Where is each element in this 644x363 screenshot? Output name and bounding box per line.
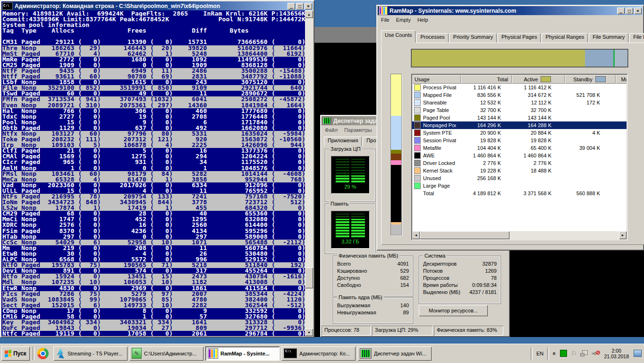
console-row: MmCa Nonp 65328 ( 4) 61470 ( 1) 3858 952… bbox=[2, 177, 305, 182]
rammap-row[interactable]: Mapped File836 556 K314 672 K521 708 K bbox=[412, 91, 627, 99]
taskbar-button-taskmgr[interactable]: Диспетчер задач Wi... bbox=[357, 346, 432, 361]
tab-use-counts[interactable]: Use Counts bbox=[381, 30, 415, 43]
scroll-down-icon[interactable]: ▼ bbox=[305, 328, 313, 336]
taskbar-button-rammap[interactable]: RamMap - Sysinte... bbox=[205, 346, 280, 361]
console-row: NtfF Paged 9435 ( 0) 6949 ( 11) 2486 350… bbox=[2, 68, 305, 74]
active-cell: 32 700 K bbox=[505, 107, 555, 113]
usage-cell: Shareable bbox=[412, 99, 456, 106]
column-header-standby[interactable]: Standby bbox=[565, 75, 616, 84]
taskbar-button-notepad[interactable]: ✎C:\Users\Администр... bbox=[129, 346, 203, 361]
resource-monitor-button[interactable]: Монитор ресурсов... bbox=[419, 305, 488, 316]
usage-label: Session Private bbox=[423, 138, 456, 143]
column-header-active[interactable]: Active bbox=[512, 75, 565, 84]
column-header-modified[interactable]: Modified bbox=[616, 75, 627, 84]
scroll-up-icon[interactable]: ▲ bbox=[305, 10, 313, 18]
show-desktop-button[interactable] bbox=[634, 350, 642, 357]
rammap-row[interactable]: Nonpaged Pool164 296 K164 288 K bbox=[412, 121, 627, 129]
taskbar-button-cmd[interactable]: C:\Администратор: Ко... bbox=[281, 346, 356, 361]
rammap-titlebar[interactable]: RamMap - Sysinternals: www.sysinternals.… bbox=[378, 6, 643, 15]
rammap-row[interactable]: Session Private19 828 K19 828 K bbox=[412, 137, 627, 144]
action-center-flag-icon[interactable]: ⚐ bbox=[571, 350, 577, 357]
scrollbar-thumb[interactable] bbox=[305, 268, 313, 288]
rammap-row[interactable]: Large Page bbox=[412, 182, 627, 190]
column-header-usage[interactable]: Usage bbox=[412, 75, 461, 84]
usage-cell: AWE bbox=[412, 152, 456, 159]
scroll-left-icon[interactable]: ◄ bbox=[412, 231, 420, 239]
console-row: XDRC Nonp 2576 ( 0) 16 ( 0) 2560 614400 … bbox=[2, 222, 305, 228]
close-button[interactable]: × bbox=[634, 8, 642, 14]
menu-item-help[interactable]: Help bbox=[414, 16, 432, 24]
stat-label: Доступно bbox=[337, 275, 360, 281]
console-vertical-scrollbar[interactable]: ▲ ▼ bbox=[305, 10, 313, 336]
total-cell: 1 116 416 K bbox=[456, 85, 505, 90]
start-button[interactable]: Пуск bbox=[1, 346, 30, 361]
stat-label: Всего bbox=[337, 261, 351, 267]
volume-muted-icon[interactable]: ⊘ bbox=[592, 350, 600, 357]
rammap-row[interactable]: Page Table32 700 K32 700 K bbox=[412, 106, 627, 114]
maximize-button[interactable]: □ bbox=[626, 8, 633, 14]
rammap-row[interactable]: AWE1 460 864 K1 460 864 K bbox=[412, 152, 627, 159]
column-header-label: Active bbox=[524, 77, 538, 82]
minimize-button[interactable]: _ bbox=[288, 3, 295, 9]
close-button[interactable]: × bbox=[305, 3, 312, 9]
rammap-row[interactable]: Paged Pool143 144 K143 144 K bbox=[412, 114, 627, 121]
rammap-row[interactable]: Shareable12 532 K12 112 K172 K bbox=[412, 99, 627, 106]
console-output: Memory: 4189812K Avail: 699424K PageFlts… bbox=[1, 10, 313, 336]
language-indicator[interactable]: EN bbox=[536, 351, 543, 356]
console-row: Thre Nonp 186263 ( 29) 146443 ( 20) 3982… bbox=[2, 45, 305, 51]
resource-meter-icon[interactable] bbox=[560, 350, 567, 357]
tab-processes[interactable]: Processes bbox=[416, 33, 448, 43]
stat-row: Процессов78 bbox=[419, 274, 500, 281]
color-swatch bbox=[414, 107, 421, 113]
scroll-right-icon[interactable]: ► bbox=[619, 231, 627, 239]
tab-priority-summary[interactable]: Priority Summary bbox=[449, 33, 497, 43]
tray-clock[interactable]: 2:00 21.03.2018 bbox=[604, 348, 629, 359]
taskbar-button-label: Администратор: Ко... bbox=[299, 351, 350, 356]
console-row: Mm Nonp 219 ( 0) 208 ( 0) 11 560784 ( 0) bbox=[2, 245, 305, 251]
menu-item-empty[interactable]: Empty bbox=[393, 16, 414, 24]
menu-item-файл[interactable]: Файл bbox=[322, 126, 341, 134]
tab-file-summary[interactable]: File Summary bbox=[589, 33, 628, 43]
memory-map-segment bbox=[391, 225, 401, 235]
usage-label: Page Table bbox=[423, 107, 449, 113]
console-titlebar[interactable]: C:\ Администратор: Командная строка - C:… bbox=[1, 1, 313, 10]
rammap-row[interactable]: Driver Locked2 776 K2 776 K bbox=[412, 159, 627, 167]
usage-cell: Total bbox=[412, 190, 456, 197]
tab-file-details[interactable]: File Details bbox=[629, 33, 644, 43]
tab-physical-pages[interactable]: Physical Pages bbox=[498, 33, 541, 43]
physical-memory-title: Физическая память (МБ) bbox=[337, 253, 399, 259]
stat-row: Выделено (МБ)4237 / 8181 bbox=[419, 288, 500, 295]
minimize-button[interactable]: _ bbox=[617, 8, 625, 14]
menu-item-параметры[interactable]: Параметры bbox=[341, 126, 375, 134]
console-row: CM16 Paged 58 ( 0) 1 ( 0) 57 327680 ( 0) bbox=[2, 314, 305, 320]
usage-cell: Page Table bbox=[412, 107, 456, 113]
rammap-row[interactable]: Total4 189 812 K3 371 568 K560 888 K bbox=[412, 190, 627, 197]
console-row: Ntfc Paged 19119 ( 0) 17058 ( 0) 2061 29… bbox=[2, 331, 305, 336]
console-header-line: Tag Type Allocs Frees Diff Bytes bbox=[2, 28, 305, 34]
maximize-button[interactable]: □ bbox=[296, 3, 304, 9]
table-horizontal-scrollbar[interactable]: ◄ ► bbox=[412, 231, 627, 239]
usage-bar-segment bbox=[615, 50, 627, 67]
usage-cell: Process Private bbox=[412, 84, 456, 91]
tab-приложения[interactable]: Приложения bbox=[324, 137, 362, 146]
menu-item-file[interactable]: File bbox=[378, 16, 393, 24]
taskbar-button-tsplayer[interactable]: Streaming - TS Player... bbox=[53, 346, 127, 361]
use-counts-table: UsageTotalActiveStandbyModified Process … bbox=[411, 74, 627, 240]
notepad-icon: ✎ bbox=[132, 348, 142, 359]
console-row: Devi Nonp 891 ( 0) 574 ( 0) 317 455264 (… bbox=[2, 268, 305, 274]
rammap-row[interactable]: Metafile104 404 K65 400 K39 004 K bbox=[412, 144, 627, 152]
rammap-row[interactable]: Process Private1 116 416 K1 116 412 K bbox=[412, 84, 627, 91]
rammap-row[interactable]: Unused256 168 K bbox=[412, 174, 627, 182]
active-cell: 12 112 K bbox=[505, 100, 555, 105]
chrome-icon[interactable] bbox=[37, 348, 49, 359]
rammap-row[interactable]: System PTE20 900 K20 884 K4 K bbox=[412, 129, 627, 137]
network-icon[interactable] bbox=[580, 350, 588, 356]
memory-map-bar bbox=[390, 74, 402, 235]
column-header-total[interactable]: Total bbox=[461, 75, 512, 84]
active-cell: 314 672 K bbox=[505, 92, 555, 98]
tab-physical-ranges[interactable]: Physical Ranges bbox=[542, 33, 588, 43]
stat-value: 4237 / 8181 bbox=[469, 289, 497, 295]
rammap-row[interactable]: Kernel Stack19 228 K18 488 K bbox=[412, 167, 627, 174]
scrollbar-thumb[interactable] bbox=[420, 231, 509, 239]
show-hidden-icons-icon[interactable]: « bbox=[551, 352, 558, 355]
